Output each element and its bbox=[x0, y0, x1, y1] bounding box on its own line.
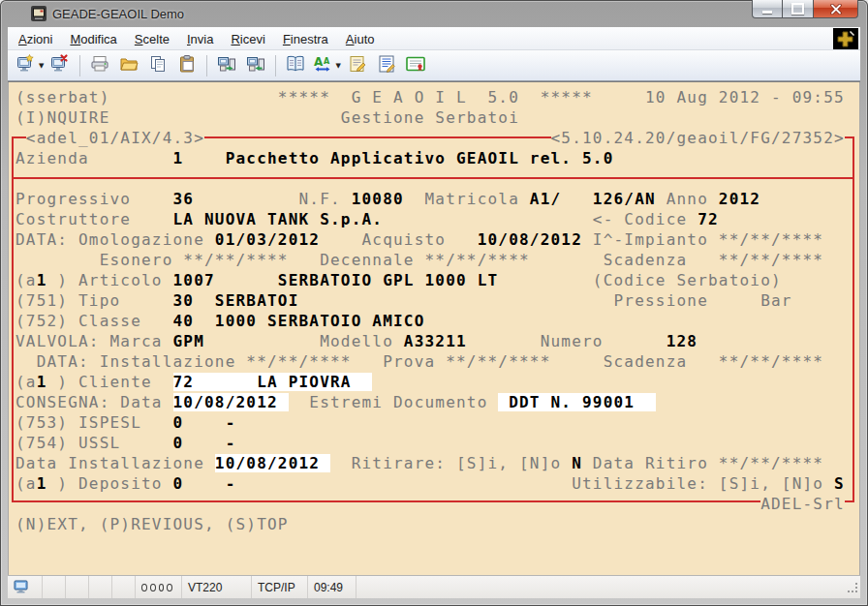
terminal-label: (I)NQUIRE Gestione Serbatoi bbox=[16, 108, 519, 127]
terminal-label: VALVOLA: Marca bbox=[16, 332, 173, 350]
terminal-value: A33211 bbox=[404, 332, 467, 350]
status-cell-empty bbox=[66, 576, 89, 598]
dropdown-arrow-icon[interactable]: ▼ bbox=[39, 62, 44, 70]
terminal-value: 128 bbox=[666, 332, 698, 350]
terminal-row: (752) Classe 40 1000 SERBATOIO AMICO bbox=[16, 311, 860, 331]
terminal-label: <- Codice bbox=[383, 210, 698, 228]
connect-new-button[interactable]: ▼ bbox=[14, 53, 46, 78]
menu-item-finestra[interactable]: Finestra bbox=[274, 29, 337, 49]
receive-file-button[interactable] bbox=[241, 53, 270, 78]
toolbar-separator bbox=[206, 55, 207, 76]
terminal-label: CONSEGNA: Data bbox=[16, 393, 173, 411]
menu-item-invia[interactable]: Invia bbox=[178, 29, 222, 49]
minimize-button[interactable] bbox=[752, 0, 783, 18]
dropdown-arrow-icon[interactable]: ▼ bbox=[335, 62, 340, 70]
print-button[interactable] bbox=[85, 53, 114, 78]
title-bar[interactable]: GEADE-GEAOIL Demo bbox=[0, 0, 868, 27]
menu-item-aiuto[interactable]: Aiuto bbox=[337, 29, 384, 49]
status-cell-empty bbox=[356, 576, 860, 598]
close-icon bbox=[830, 4, 842, 15]
terminal-frame-label: ADEL-Srl bbox=[760, 495, 845, 513]
paste-button[interactable] bbox=[172, 53, 202, 78]
terminal-row: (753) ISPESL 0 - bbox=[16, 412, 860, 433]
terminal-label: ) Articolo bbox=[47, 271, 173, 289]
terminal-row bbox=[16, 534, 860, 555]
menu-item-modifica[interactable]: Modifica bbox=[61, 29, 125, 49]
disconnect-button[interactable] bbox=[46, 53, 75, 78]
terminal-label: (751) Tipo bbox=[16, 291, 173, 310]
terminal-row: (I)NQUIRE Gestione Serbatoi bbox=[16, 107, 860, 128]
menu-item-azioni[interactable]: Azioni bbox=[10, 29, 61, 49]
terminal-label: Data Installazione bbox=[16, 454, 215, 472]
terminal-value: 01/03/2012 bbox=[215, 230, 320, 249]
font-icon: AA bbox=[312, 53, 333, 78]
terminal-value: N bbox=[572, 454, 582, 472]
terminal-row: Esonero **/**/**** Decennale **/**/**** … bbox=[16, 250, 860, 270]
led-icon bbox=[150, 584, 156, 591]
menu-item-scelte[interactable]: Scelte bbox=[126, 29, 178, 49]
terminal-label: Esonero **/**/**** Decennale **/**/**** … bbox=[16, 251, 823, 269]
terminal-value: 1 bbox=[173, 149, 184, 167]
terminal-row: (754) USSL 0 - bbox=[16, 433, 860, 453]
toolbar-separator bbox=[275, 55, 276, 76]
terminal-input-field[interactable]: DDT N. 99001 bbox=[498, 393, 656, 411]
terminal-input-field[interactable]: 10/08/2012 bbox=[173, 393, 289, 411]
license-button[interactable] bbox=[401, 53, 430, 78]
terminal-row: Azienda 1 Pacchetto Applicativo GEAOIL r… bbox=[16, 148, 860, 168]
terminal-value: A1/ 126/AN bbox=[530, 190, 656, 208]
terminal-value: 2012 bbox=[719, 190, 760, 208]
terminal-value: Pacchetto Applicativo GEAOIL rel. 5.0 bbox=[226, 149, 614, 167]
terminal-label: (a bbox=[16, 373, 37, 391]
terminal-screen[interactable]: (sserbat) ***** G E A O I L 5.0 ***** 10… bbox=[8, 82, 860, 575]
app-window: GEADE-GEAOIL Demo AzioniModificaScelteIn… bbox=[0, 0, 868, 606]
receive-file-icon bbox=[245, 53, 266, 78]
maximize-icon bbox=[791, 3, 804, 15]
notepad-icon bbox=[347, 53, 368, 78]
terminal-row: Costruttore LA NUOVA TANK S.p.A. <- Codi… bbox=[16, 209, 860, 229]
terminal-frame-label: <5.10.24.20/geaoil/FG/27352> bbox=[551, 129, 845, 147]
terminal-label: I^-Impianto **/**/**** bbox=[582, 230, 823, 249]
status-connection-cell bbox=[8, 576, 43, 598]
send-file-icon bbox=[216, 53, 237, 78]
terminal-label: (Codice Serbatoio) bbox=[498, 271, 782, 289]
terminal-label: Modello bbox=[204, 332, 404, 350]
close-button[interactable] bbox=[814, 0, 858, 18]
license-icon bbox=[405, 53, 426, 78]
terminal-label: Matricola bbox=[404, 190, 530, 208]
open-button[interactable] bbox=[114, 53, 143, 78]
terminal-label: Pressione Bar bbox=[299, 291, 792, 310]
resize-grip[interactable] bbox=[847, 582, 858, 596]
terminal-value: LA NUOVA TANK S.p.A. bbox=[173, 210, 384, 228]
terminal-input-field[interactable]: 72 LA PIOVRA bbox=[173, 373, 373, 391]
terminal-row: Progressivo 36 N.F. 10080 Matricola A1/ … bbox=[16, 189, 860, 209]
status-cell-empty bbox=[43, 576, 66, 598]
terminal-label: Anno bbox=[656, 190, 719, 208]
terminal-value: S bbox=[834, 474, 845, 493]
terminal-label: Acquisto bbox=[320, 230, 478, 249]
menu-item-ricevi[interactable]: Ricevi bbox=[222, 29, 273, 49]
terminal-label: Ritirare: [S]i, [N]o bbox=[330, 454, 572, 472]
pc-status-icon bbox=[14, 580, 30, 595]
terminal-value: GPM bbox=[173, 332, 205, 350]
notepad-button[interactable] bbox=[343, 53, 372, 78]
terminal-label: (754) USSL bbox=[16, 434, 173, 452]
terminal-label: DATA: Installazione **/**/**** Prova **/… bbox=[16, 352, 823, 371]
status-bar: VT220 TCP/IP 09:49 bbox=[8, 575, 860, 598]
terminal-value: 0 - bbox=[173, 434, 236, 452]
terminal-input-field[interactable]: 10/08/2012 bbox=[215, 454, 330, 472]
font-button[interactable]: AA▼ bbox=[310, 53, 342, 78]
address-book-button[interactable] bbox=[281, 53, 310, 78]
terminal-spacer bbox=[16, 129, 26, 147]
terminal-label: ) Deposito bbox=[47, 474, 173, 493]
terminal-value: 1 bbox=[37, 373, 47, 391]
status-cell-empty bbox=[89, 576, 112, 598]
terminal-label: Azienda bbox=[16, 149, 173, 167]
terminal-row: (N)EXT, (P)REVIOUS, (S)TOP bbox=[16, 514, 860, 534]
terminal-label: Numero bbox=[467, 332, 666, 350]
send-file-button[interactable] bbox=[212, 53, 241, 78]
terminal-value: 1 bbox=[37, 271, 47, 289]
properties-button[interactable] bbox=[372, 53, 401, 78]
open-icon bbox=[118, 53, 140, 78]
maximize-button[interactable] bbox=[783, 0, 814, 18]
copy-button[interactable] bbox=[143, 53, 172, 78]
